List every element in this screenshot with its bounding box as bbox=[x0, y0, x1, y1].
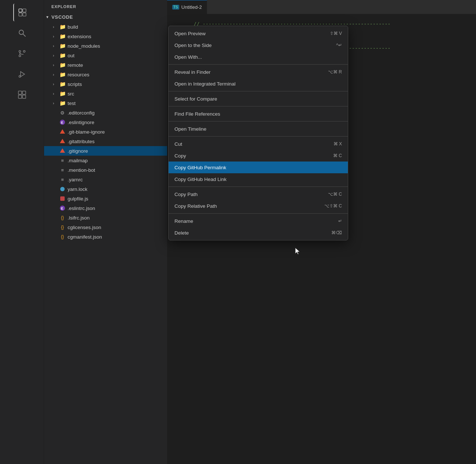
menu-item-reveal-in-finder[interactable]: Reveal in Finder ⌥⌘ R bbox=[169, 66, 348, 78]
tree-item-yarnrc[interactable]: › ≡ .yarnrc bbox=[44, 175, 167, 184]
menu-item-find-file-references[interactable]: Find File References bbox=[169, 108, 348, 120]
menu-separator bbox=[169, 186, 348, 187]
menu-item-copy-github-headlink[interactable]: Copy GitHub Head Link bbox=[169, 173, 348, 185]
tree-item-mention-bot[interactable]: › ≡ .mention-bot bbox=[44, 165, 167, 175]
menu-shortcut: ⌘ C bbox=[333, 153, 342, 158]
tree-item-yarn-lock[interactable]: › yarn.lock bbox=[44, 184, 167, 194]
menu-label: Cut bbox=[174, 141, 182, 147]
menu-label: Open Preview bbox=[174, 31, 206, 36]
tree-root-vscode[interactable]: ▼ VSCODE bbox=[44, 12, 167, 22]
tree-item-label: node_modules bbox=[68, 43, 100, 49]
tree-item-resources[interactable]: › 📁 resources bbox=[44, 70, 167, 79]
activity-bar-search[interactable] bbox=[13, 24, 31, 42]
tree-item-label: .eslintrc.json bbox=[68, 206, 95, 211]
tree-item-eslintignore[interactable]: › E .eslintignore bbox=[44, 117, 167, 127]
svg-marker-20 bbox=[60, 148, 65, 153]
menu-item-copy-github-permalink[interactable]: Copy GitHub Permalink bbox=[169, 162, 348, 173]
cgmanifest-icon: {} bbox=[59, 233, 66, 240]
activity-bar-source-control[interactable] bbox=[13, 45, 31, 62]
menu-item-select-for-compare[interactable]: Select for Compare bbox=[169, 93, 348, 105]
menu-label: Copy GitHub Permalink bbox=[174, 165, 226, 170]
menu-label: Rename bbox=[174, 218, 193, 224]
activity-bar bbox=[0, 0, 44, 464]
folder-icon: 📁 bbox=[59, 61, 66, 69]
folder-arrow-icon: › bbox=[53, 35, 59, 39]
tree-item-label: gulpfile.js bbox=[68, 196, 88, 202]
tree-item-label: .lsifrc.json bbox=[68, 215, 90, 221]
tree-item-gulpfile[interactable]: › gulpfile.js bbox=[44, 194, 167, 203]
tree-item-label: .mailmap bbox=[68, 158, 88, 163]
tree-item-src[interactable]: › 📁 src bbox=[44, 89, 167, 98]
activity-bar-extensions[interactable] bbox=[13, 86, 31, 104]
tree-item-editorconfig[interactable]: › ⚙ .editorconfig bbox=[44, 108, 167, 117]
menu-shortcut: ⌥⌘ R bbox=[328, 69, 342, 75]
sidebar-header: EXPLORER bbox=[44, 0, 167, 12]
menu-label: Open to the Side bbox=[174, 43, 212, 48]
tree-item-label: .eslintignore bbox=[68, 120, 94, 125]
menu-separator bbox=[169, 91, 348, 91]
menu-item-open-preview[interactable]: Open Preview ⇧⌘ V bbox=[169, 28, 348, 39]
tree-item-mailmap[interactable]: › ≡ .mailmap bbox=[44, 156, 167, 165]
tree-item-git-blame-ignore[interactable]: › .git-blame-ignore bbox=[44, 127, 167, 137]
svg-text:E: E bbox=[61, 207, 63, 210]
menu-shortcut: ⌥⌘ C bbox=[328, 192, 342, 197]
arrow-down-icon: ▼ bbox=[46, 15, 51, 19]
menu-item-open-timeline[interactable]: Open Timeline bbox=[169, 123, 348, 135]
folder-arrow-icon: › bbox=[53, 44, 59, 48]
folder-icon: 📁 bbox=[59, 52, 66, 59]
folder-arrow-icon: › bbox=[53, 25, 59, 29]
editorconfig-icon: ⚙ bbox=[59, 109, 66, 116]
tree-item-cglicenses-json[interactable]: › {} cglicenses.json bbox=[44, 222, 167, 232]
tree-item-lsifrc-json[interactable]: › {} .lsifrc.json bbox=[44, 213, 167, 222]
menu-item-cut[interactable]: Cut ⌘ X bbox=[169, 138, 348, 150]
svg-rect-15 bbox=[22, 95, 26, 98]
tree-item-eslintrc-json[interactable]: › E .eslintrc.json bbox=[44, 203, 167, 213]
menu-separator bbox=[169, 64, 348, 65]
eslint-icon: E bbox=[59, 119, 66, 126]
tree-item-node-modules[interactable]: › 📁 node_modules bbox=[44, 41, 167, 51]
menu-label: Open With... bbox=[174, 54, 202, 60]
menu-item-open-with[interactable]: Open With... bbox=[169, 51, 348, 63]
activity-bar-explorer[interactable] bbox=[13, 4, 31, 21]
menu-item-delete[interactable]: Delete ⌘⌫ bbox=[169, 227, 348, 239]
menu-item-open-in-terminal[interactable]: Open in Integrated Terminal bbox=[169, 78, 348, 90]
menu-label: Copy bbox=[174, 153, 186, 159]
tree-item-scripts[interactable]: › 📁 scripts bbox=[44, 79, 167, 89]
menu-item-rename[interactable]: Rename ↵ bbox=[169, 215, 348, 227]
svg-rect-2 bbox=[19, 13, 22, 16]
folder-arrow-icon: › bbox=[53, 73, 59, 77]
folder-icon: 📁 bbox=[59, 80, 66, 88]
folder-arrow-icon: › bbox=[53, 82, 59, 86]
folder-icon: 📁 bbox=[59, 71, 66, 78]
editor-tab-untitled[interactable]: TS Untitled-2 bbox=[167, 0, 207, 14]
tree-item-label: build bbox=[68, 24, 78, 30]
svg-marker-10 bbox=[21, 72, 25, 77]
tree-item-out[interactable]: › 📁 out bbox=[44, 51, 167, 60]
gitattributes-icon bbox=[59, 138, 66, 145]
menu-label: Copy Path bbox=[174, 192, 198, 197]
tree-item-build[interactable]: › 📁 build bbox=[44, 22, 167, 32]
tree-item-test[interactable]: › 📁 test bbox=[44, 98, 167, 108]
folder-icon: 📁 bbox=[59, 23, 66, 30]
menu-item-copy[interactable]: Copy ⌘ C bbox=[169, 150, 348, 162]
editor-tab-filename: Untitled-2 bbox=[181, 4, 202, 10]
tree-item-label: .editorconfig bbox=[68, 110, 95, 116]
menu-item-open-to-side[interactable]: Open to the Side ^↵ bbox=[169, 39, 348, 51]
tree-item-gitattributes[interactable]: › .gitattributes bbox=[44, 137, 167, 146]
menu-label: Reveal in Finder bbox=[174, 69, 210, 75]
yarnrc-icon: ≡ bbox=[59, 176, 66, 183]
activity-bar-run[interactable] bbox=[13, 65, 31, 83]
folder-arrow-icon: › bbox=[53, 92, 59, 96]
eslintrc-icon: E bbox=[59, 204, 66, 212]
tree-item-label: remote bbox=[68, 62, 83, 68]
tree-item-remote[interactable]: › 📁 remote bbox=[44, 60, 167, 70]
editor-tab-bar: TS Untitled-2 bbox=[167, 0, 476, 14]
tree-item-cgmanifest-json[interactable]: › {} cgmanifest.json bbox=[44, 232, 167, 242]
menu-item-copy-relative-path[interactable]: Copy Relative Path ⌥⇧⌘ C bbox=[169, 200, 348, 212]
menu-shortcut: ^↵ bbox=[336, 43, 342, 48]
tree-item-gitignore[interactable]: › .gitignore bbox=[44, 146, 167, 156]
menu-item-copy-path[interactable]: Copy Path ⌥⌘ C bbox=[169, 188, 348, 200]
gitignore-icon bbox=[59, 147, 66, 155]
folder-icon: 📁 bbox=[59, 33, 66, 40]
tree-item-extensions[interactable]: › 📁 extensions bbox=[44, 32, 167, 41]
